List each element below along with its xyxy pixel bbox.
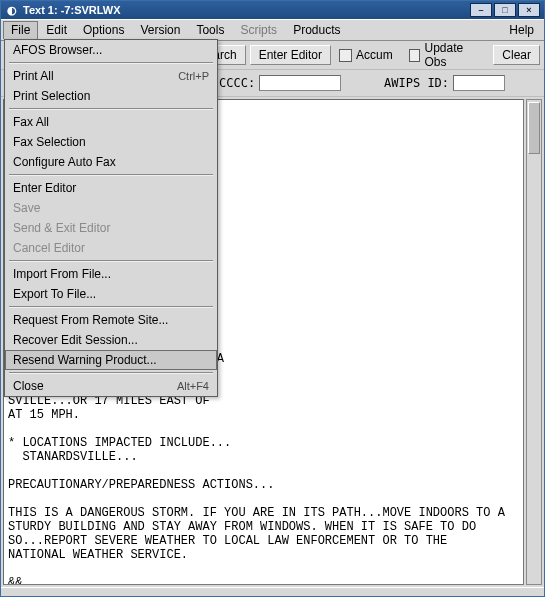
mi-print-all[interactable]: Print All Ctrl+P	[5, 66, 217, 86]
mi-request-remote-site[interactable]: Request From Remote Site...	[5, 310, 217, 330]
menu-separator	[9, 260, 213, 262]
mi-configure-auto-fax[interactable]: Configure Auto Fax	[5, 152, 217, 172]
menu-bar: File Edit Options Version Tools Scripts …	[1, 19, 544, 41]
title-bar[interactable]: ◐ Text 1: -7:SVRLWX – □ ×	[1, 1, 544, 19]
checkbox-icon	[409, 49, 421, 62]
mi-afos-browser[interactable]: AFOS Browser...	[5, 40, 217, 60]
vertical-scrollbar[interactable]	[526, 99, 542, 585]
app-icon: ◐	[5, 3, 19, 17]
menu-version[interactable]: Version	[132, 21, 188, 39]
cccc-input[interactable]	[259, 75, 341, 91]
awips-id-input[interactable]	[453, 75, 505, 91]
enter-editor-button[interactable]: Enter Editor	[250, 45, 331, 65]
mi-import-from-file[interactable]: Import From File...	[5, 264, 217, 284]
clear-button[interactable]: Clear	[493, 45, 540, 65]
checkbox-icon	[339, 49, 352, 62]
mi-resend-warning-product[interactable]: Resend Warning Product...	[5, 350, 217, 370]
maximize-button[interactable]: □	[494, 3, 516, 17]
menu-separator	[9, 306, 213, 308]
mi-print-selection[interactable]: Print Selection	[5, 86, 217, 106]
update-obs-checkbox[interactable]: Update Obs	[405, 41, 486, 69]
cccc-label: CCCC:	[219, 76, 255, 90]
close-window-button[interactable]: ×	[518, 3, 540, 17]
mi-cancel-editor: Cancel Editor	[5, 238, 217, 258]
menu-options[interactable]: Options	[75, 21, 132, 39]
mi-export-to-file[interactable]: Export To File...	[5, 284, 217, 304]
mi-close[interactable]: Close Alt+F4	[5, 376, 217, 396]
menu-file[interactable]: File	[3, 21, 38, 39]
accum-checkbox[interactable]: Accum	[335, 48, 397, 62]
window-title: Text 1: -7:SVRLWX	[23, 4, 121, 16]
scroll-thumb[interactable]	[528, 102, 540, 154]
status-bar	[1, 587, 544, 596]
menu-separator	[9, 62, 213, 64]
menu-scripts: Scripts	[232, 21, 285, 39]
mi-recover-edit-session[interactable]: Recover Edit Session...	[5, 330, 217, 350]
menu-separator	[9, 174, 213, 176]
mi-enter-editor[interactable]: Enter Editor	[5, 178, 217, 198]
mi-fax-all[interactable]: Fax All	[5, 112, 217, 132]
mi-fax-selection[interactable]: Fax Selection	[5, 132, 217, 152]
menu-edit[interactable]: Edit	[38, 21, 75, 39]
mi-send-exit-editor: Send & Exit Editor	[5, 218, 217, 238]
minimize-button[interactable]: –	[470, 3, 492, 17]
file-menu: AFOS Browser... Print All Ctrl+P Print S…	[4, 39, 218, 397]
menu-products[interactable]: Products	[285, 21, 348, 39]
mi-save: Save	[5, 198, 217, 218]
text-window: ◐ Text 1: -7:SVRLWX – □ × File Edit Opti…	[0, 0, 545, 597]
menu-help[interactable]: Help	[501, 21, 542, 39]
menu-separator	[9, 372, 213, 374]
menu-tools[interactable]: Tools	[188, 21, 232, 39]
awips-id-label: AWIPS ID:	[384, 76, 449, 90]
menu-separator	[9, 108, 213, 110]
